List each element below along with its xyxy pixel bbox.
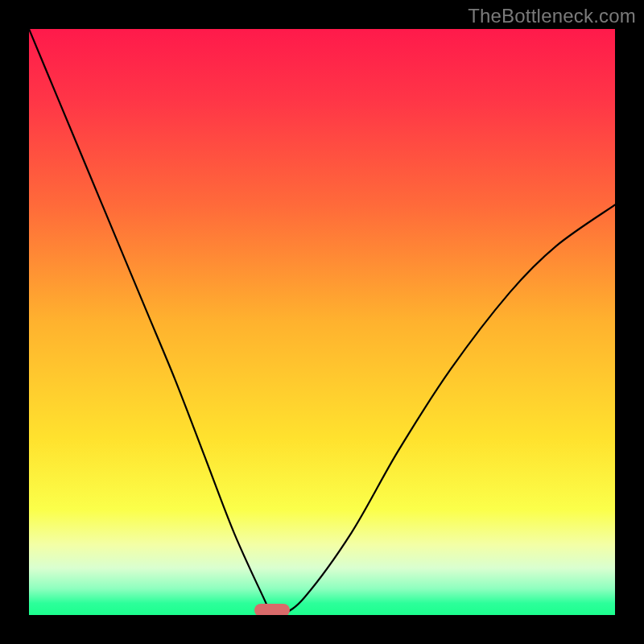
chart-frame: TheBottleneck.com bbox=[0, 0, 644, 644]
plot-area bbox=[29, 29, 615, 615]
optimum-marker bbox=[254, 604, 290, 615]
bottleneck-curve bbox=[29, 29, 615, 615]
watermark-text: TheBottleneck.com bbox=[468, 5, 636, 27]
